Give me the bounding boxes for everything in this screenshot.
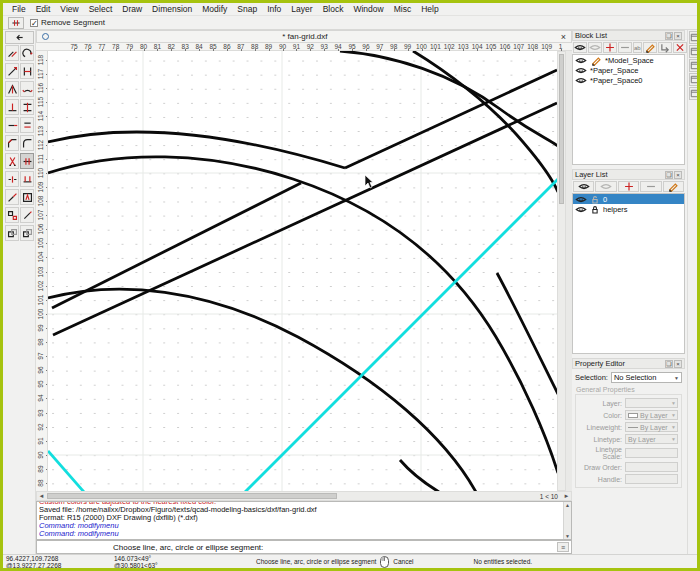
v-ruler-label: 118 — [37, 53, 45, 67]
drawing-canvas[interactable] — [48, 51, 557, 491]
divide-tool-icon[interactable] — [8, 17, 24, 29]
modify-flip-horizontal-button[interactable] — [5, 81, 19, 97]
document-tab-title[interactable]: * fan-grid.dxf — [49, 32, 561, 41]
modify-trim-both-button[interactable] — [20, 99, 34, 115]
menu-misc[interactable]: Misc — [389, 4, 416, 14]
block-list-toggle-button[interactable] — [689, 31, 700, 44]
modify-scale-button[interactable] — [5, 63, 19, 79]
modify-bevel-button[interactable] — [5, 135, 19, 151]
layer-list-item[interactable]: 0 — [573, 194, 684, 204]
block-list-item[interactable]: *Model_Space — [573, 55, 684, 65]
close-panel-icon[interactable]: × — [674, 171, 682, 179]
library-browser-toggle-button[interactable] — [689, 59, 700, 72]
history-scroll-up-icon[interactable]: ▲ — [564, 502, 571, 508]
block-list-item[interactable]: *Paper_Space0 — [573, 75, 684, 85]
segment-bottom[interactable] — [400, 460, 439, 491]
lock-icon[interactable] — [590, 204, 600, 215]
selection-combobox[interactable]: No Selection ▼ — [611, 372, 682, 383]
purge-block-button[interactable] — [673, 42, 687, 53]
block-name: *Paper_Space0 — [590, 76, 643, 85]
modify-mirror-button[interactable] — [20, 63, 34, 79]
diagonal-line-long[interactable] — [53, 103, 557, 335]
modify-order-front-button[interactable] — [5, 225, 19, 241]
chevron-down-icon: ▼ — [674, 375, 679, 381]
modify-break-out-segment-button[interactable] — [5, 171, 19, 187]
add-layer-button[interactable] — [618, 181, 639, 192]
layer-list-item[interactable]: helpers — [573, 204, 684, 214]
vertical-scrollbar-thumb[interactable] — [559, 54, 564, 204]
modify-round-button[interactable] — [20, 135, 34, 151]
hide-all-layers-button[interactable] — [595, 181, 616, 192]
layer-list-toggle-button[interactable] — [689, 45, 700, 58]
arc-bottom-right[interactable] — [497, 273, 557, 394]
property-editor-toggle-button[interactable] — [689, 87, 700, 100]
close-panel-icon[interactable]: × — [674, 360, 682, 368]
arc-long-sweep[interactable] — [48, 157, 557, 473]
menu-info[interactable]: Info — [262, 4, 286, 14]
rename-block-button[interactable]: ab — [633, 42, 642, 53]
back-button-button[interactable] — [5, 31, 34, 44]
show-all-blocks-button[interactable] — [573, 42, 587, 53]
add-block-button[interactable] — [603, 42, 617, 53]
menu-select[interactable]: Select — [84, 4, 118, 14]
menu-draw[interactable]: Draw — [117, 4, 147, 14]
layer-visible-eye-icon[interactable] — [575, 204, 587, 215]
menu-help[interactable]: Help — [416, 4, 443, 14]
undock-panel-icon[interactable]: ❑ — [665, 32, 673, 40]
remove-block-button[interactable] — [618, 42, 632, 53]
menu-layer[interactable]: Layer — [286, 4, 317, 14]
show-all-layers-button[interactable] — [573, 181, 594, 192]
menu-view[interactable]: View — [55, 4, 83, 14]
edit-block-button[interactable] — [643, 42, 657, 53]
modify-rotate-button[interactable] — [20, 45, 34, 61]
modify-order-back-button[interactable] — [20, 225, 34, 241]
modify-lengthen-button[interactable] — [5, 117, 19, 133]
arc-top-right-1[interactable] — [340, 51, 557, 146]
selected-line-corner[interactable] — [48, 451, 84, 491]
undock-panel-icon[interactable]: ❑ — [665, 360, 673, 368]
history-scroll-down-icon[interactable]: ▼ — [564, 533, 571, 539]
scroll-right-icon[interactable]: ► — [562, 492, 571, 500]
v-ruler-label: 114 — [37, 109, 45, 123]
block-list-item[interactable]: *Paper_Space — [573, 65, 684, 75]
canvas-horizontal-scrollbar[interactable]: ◄ 1 < 10 ► — [36, 491, 572, 501]
v-ruler-label: 91 — [37, 434, 45, 448]
arc-lower-big[interactable] — [48, 289, 476, 491]
menu-window[interactable]: Window — [348, 4, 388, 14]
modify-offset-button[interactable] — [20, 117, 34, 133]
modify-cut-button[interactable] — [5, 153, 19, 169]
modify-stretch-button[interactable] — [5, 189, 19, 205]
modify-trim-button[interactable] — [5, 99, 19, 115]
menu-file[interactable]: File — [7, 4, 31, 14]
scroll-left-icon[interactable]: ◄ — [37, 492, 46, 500]
menu-dimension[interactable]: Dimension — [147, 4, 197, 14]
remove-layer-button[interactable] — [640, 181, 661, 192]
history-scrollbar[interactable]: ▲ ▼ — [563, 502, 571, 539]
modify-explode-button[interactable] — [5, 207, 19, 223]
close-panel-icon[interactable]: × — [674, 32, 682, 40]
modify-divide-button[interactable] — [20, 153, 34, 169]
undock-panel-icon[interactable]: ❑ — [665, 171, 673, 179]
modify-move-copy-button[interactable] — [5, 45, 19, 61]
menu-snap[interactable]: Snap — [232, 4, 262, 14]
block-visible-eye-icon[interactable] — [575, 75, 587, 86]
canvas-vertical-scrollbar[interactable] — [557, 51, 566, 491]
edit-layer-button[interactable] — [663, 181, 684, 192]
close-document-icon[interactable]: × — [561, 32, 571, 42]
menu-block[interactable]: Block — [318, 4, 349, 14]
remove-segment-checkbox[interactable]: ✓ Remove Segment — [30, 18, 105, 27]
modify-edit-selection-button[interactable] — [20, 207, 34, 223]
horizontal-scrollbar-thumb[interactable] — [47, 493, 337, 499]
property-input-disabled — [625, 474, 678, 484]
modify-edit-text-button[interactable] — [20, 189, 34, 205]
menu-edit[interactable]: Edit — [31, 4, 56, 14]
modify-break-out-manual-button[interactable] — [20, 171, 34, 187]
modify-rotate-two-button[interactable] — [20, 81, 34, 97]
hide-all-blocks-button[interactable] — [588, 42, 602, 53]
menu-modify[interactable]: Modify — [197, 4, 232, 14]
v-ruler-label: 102 — [37, 279, 45, 293]
command-line[interactable]: Choose line, arc, circle or ellipse segm… — [36, 540, 572, 554]
insert-block-button[interactable] — [658, 42, 672, 53]
command-line-toggle-button[interactable] — [689, 73, 700, 86]
command-options-button[interactable]: ≡ — [557, 542, 569, 552]
